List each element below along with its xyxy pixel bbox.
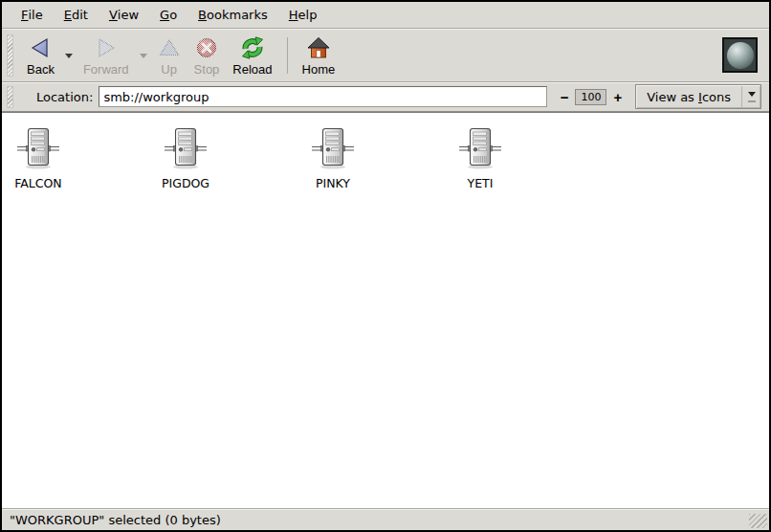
back-history-dropdown[interactable] [61, 34, 77, 77]
throbber [722, 37, 758, 73]
toolbar-drag-handle[interactable] [7, 34, 13, 77]
view-as-label: View as Icons [636, 90, 741, 104]
menubar: FileEditViewGoBookmarksHelp [2, 2, 769, 29]
toolbar: Back Forward [2, 29, 769, 82]
home-label: Home [302, 62, 336, 77]
server-item[interactable]: PIGDOG [140, 126, 231, 190]
forward-button: Forward [77, 33, 136, 78]
throbber-sphere-icon [727, 42, 754, 69]
server-item[interactable]: PINKY [287, 126, 379, 190]
server-item[interactable]: FALCON [0, 126, 84, 190]
back-label: Back [27, 62, 55, 77]
server-label: YETI [468, 177, 494, 190]
server-icon [17, 126, 59, 173]
back-button[interactable]: Back [20, 33, 61, 78]
chevron-down-icon [140, 54, 147, 62]
location-bar-drag-handle[interactable] [7, 86, 13, 108]
server-item[interactable]: YETI [434, 126, 526, 190]
home-button[interactable]: Home [296, 33, 342, 78]
reload-icon [241, 35, 264, 61]
file-manager-window: FileEditViewGoBookmarksHelp Back [0, 0, 771, 532]
zoom-controls: − 100 + [557, 89, 627, 105]
forward-history-dropdown [136, 34, 151, 77]
dropdown-arrow-icon [742, 92, 760, 102]
server-label: PINKY [316, 177, 350, 190]
status-text: "WORKGROUP" selected (0 bytes) [10, 513, 221, 527]
icon-view[interactable]: FALCON PIGDOG [2, 112, 769, 508]
server-icon [165, 126, 207, 173]
view-as-dropdown[interactable]: View as Icons [635, 84, 761, 109]
location-input[interactable] [99, 86, 546, 107]
zoom-out-button[interactable]: − [557, 90, 573, 104]
resize-grip[interactable] [749, 514, 767, 528]
forward-icon [95, 35, 118, 61]
menu-go[interactable]: Go [149, 2, 187, 28]
reload-label: Reload [232, 62, 272, 77]
server-icon [312, 126, 354, 173]
menu-help[interactable]: Help [278, 2, 328, 28]
server-label: FALCON [14, 177, 61, 190]
stop-button: Stop [187, 33, 227, 78]
home-icon [307, 35, 330, 61]
menu-edit[interactable]: Edit [54, 2, 99, 28]
stop-label: Stop [194, 62, 220, 77]
up-label: Up [161, 62, 177, 77]
toolbar-separator [287, 37, 288, 74]
reload-button[interactable]: Reload [226, 33, 278, 78]
zoom-in-button[interactable]: + [609, 90, 626, 104]
location-bar: Location: − 100 + View as Icons [2, 82, 769, 112]
up-button: Up [151, 33, 187, 78]
server-icon [459, 126, 501, 173]
zoom-level-indicator[interactable]: 100 [575, 89, 606, 105]
up-icon [158, 35, 181, 61]
server-label: PIGDOG [162, 177, 209, 190]
back-icon [29, 35, 52, 61]
menu-file[interactable]: File [11, 2, 54, 28]
location-label: Location: [36, 90, 93, 104]
forward-label: Forward [83, 62, 129, 77]
menu-bookmarks[interactable]: Bookmarks [187, 2, 278, 28]
statusbar: "WORKGROUP" selected (0 bytes) [2, 508, 769, 530]
stop-icon [195, 35, 218, 61]
chevron-down-icon [65, 54, 73, 62]
menu-view[interactable]: View [99, 2, 149, 28]
